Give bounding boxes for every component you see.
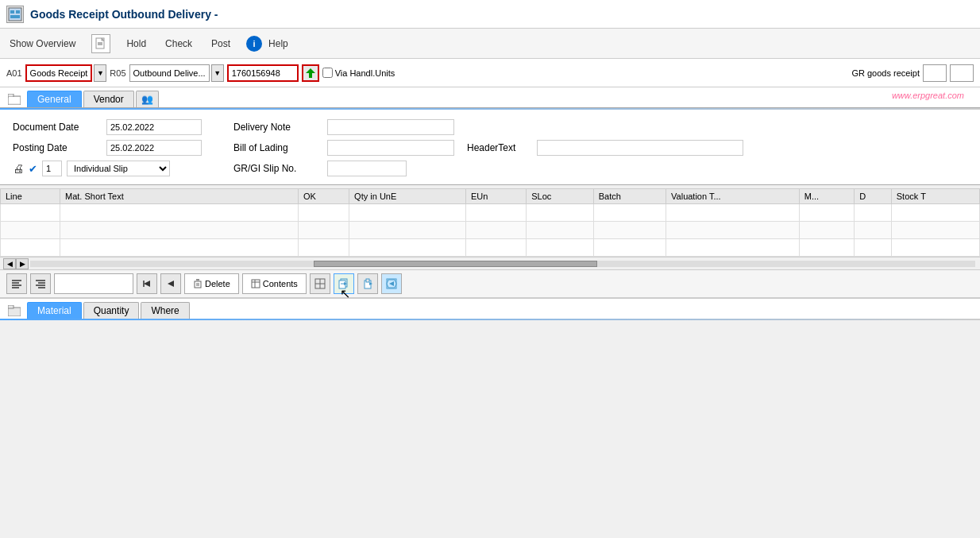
- tab-vendor-icon[interactable]: 👥: [136, 91, 159, 107]
- help-container: i Help: [246, 36, 291, 52]
- document-date-row: Document Date: [13, 119, 202, 135]
- document-date-input[interactable]: [106, 119, 202, 135]
- svg-rect-37: [366, 279, 369, 282]
- goods-receipt-dropdown[interactable]: Goods Receipt: [25, 64, 93, 82]
- scroll-left-btn[interactable]: ◀: [3, 258, 16, 269]
- expand-btn[interactable]: [310, 273, 330, 294]
- menu-hold[interactable]: Hold: [123, 37, 149, 51]
- bill-of-lading-input[interactable]: [327, 140, 454, 156]
- svg-rect-3: [10, 15, 20, 18]
- table-row: [1, 239, 980, 257]
- col-sloc: SLoc: [527, 189, 593, 204]
- header-text-input[interactable]: [537, 140, 743, 156]
- watermark: www.erpgreat.com: [892, 91, 964, 100]
- document-number-input[interactable]: [227, 64, 299, 82]
- info-icon[interactable]: i: [246, 36, 262, 52]
- menu-show-overview[interactable]: Show Overview: [6, 37, 79, 51]
- details-btn[interactable]: [381, 273, 402, 294]
- table-row: [1, 222, 980, 239]
- form-middle-column: Delivery Note Bill of Lading HeaderText …: [233, 119, 967, 181]
- scroll-track[interactable]: [30, 261, 975, 267]
- paste-btn[interactable]: [357, 273, 378, 294]
- gr-receipt-input[interactable]: [923, 64, 947, 82]
- col-d: D: [855, 189, 891, 204]
- app-icon: [6, 6, 24, 23]
- via-handl-units-checkbox-label[interactable]: Via Handl.Units: [322, 68, 395, 78]
- delete-btn[interactable]: Delete: [184, 273, 239, 294]
- svg-rect-2: [16, 10, 20, 14]
- form-left-column: Document Date Posting Date 🖨 ✔ Individua…: [13, 119, 202, 181]
- menu-check[interactable]: Check: [162, 37, 195, 51]
- toolbar-row: A01 Goods Receipt ▼ R05 Outbound Delive.…: [0, 59, 980, 87]
- svg-rect-42: [8, 308, 21, 316]
- svg-marker-19: [144, 281, 150, 287]
- goods-receipt-dropdown-arrow[interactable]: ▼: [94, 64, 106, 82]
- bottom-tab-section: Material Quantity Where: [0, 298, 980, 320]
- svg-rect-10: [9, 97, 20, 103]
- col-m: M...: [799, 189, 855, 204]
- bill-of-lading-row: Bill of Lading HeaderText: [233, 140, 967, 156]
- tab-quantity[interactable]: Quantity: [83, 302, 140, 319]
- delete-label: Delete: [205, 279, 230, 288]
- tab-general[interactable]: General: [27, 91, 82, 107]
- section-divider-bottom: [0, 319, 980, 320]
- align-right-btn[interactable]: [30, 273, 51, 294]
- horizontal-scrollbar[interactable]: ◀ ▶: [0, 257, 980, 269]
- outbound-delivery-dropdown[interactable]: Outbound Delive...: [129, 64, 210, 82]
- tab-where[interactable]: Where: [141, 302, 189, 319]
- col-valuation-t: Valuation T...: [666, 189, 800, 204]
- gr-receipt-area: GR goods receipt: [851, 64, 974, 82]
- main-tab-header: General Vendor 👥: [0, 87, 980, 108]
- svg-rect-9: [8, 94, 14, 97]
- contents-label: Contents: [263, 279, 298, 288]
- delivery-note-row: Delivery Note: [233, 119, 967, 135]
- via-handl-units-checkbox[interactable]: [322, 68, 333, 78]
- slip-row: 🖨 ✔ Individual Slip: [13, 161, 202, 176]
- find-first-btn[interactable]: [137, 273, 157, 294]
- table-header-row: Line Mat. Short Text OK Qty in UnE EUn S…: [1, 189, 980, 204]
- bottom-toolbar: Delete Contents ↖: [0, 269, 980, 298]
- title-bar: Goods Receipt Outbound Delivery -: [0, 0, 980, 29]
- find-next-btn[interactable]: [160, 273, 181, 294]
- bill-of-lading-label: Bill of Lading: [233, 142, 321, 153]
- col-ok: OK: [298, 189, 349, 204]
- posting-date-input[interactable]: [106, 140, 202, 156]
- svg-marker-7: [306, 68, 315, 78]
- scroll-right-btn[interactable]: ▶: [16, 258, 29, 269]
- bottom-folder-icon[interactable]: [6, 303, 22, 319]
- slip-type-select[interactable]: Individual Slip: [67, 161, 170, 176]
- gr-gi-slip-label: GR/GI Slip No.: [233, 163, 321, 174]
- outbound-delivery-combo-group: Outbound Delive... ▼: [129, 64, 224, 82]
- goods-receipt-combo-group: Goods Receipt ▼: [25, 64, 107, 82]
- header-text-label: HeaderText: [467, 142, 531, 153]
- increment-nav-btn[interactable]: [302, 64, 319, 82]
- delivery-note-label: Delivery Note: [233, 122, 321, 133]
- search-input[interactable]: [54, 273, 133, 294]
- svg-rect-26: [252, 280, 260, 288]
- menu-post[interactable]: Post: [208, 37, 233, 51]
- save-folder-icon[interactable]: [6, 91, 22, 107]
- window-title: Goods Receipt Outbound Delivery -: [30, 8, 218, 21]
- gr-gi-slip-row: GR/GI Slip No.: [233, 161, 967, 176]
- delivery-note-input[interactable]: [327, 119, 454, 135]
- print-icon: 🖨: [13, 162, 24, 175]
- contents-btn[interactable]: Contents: [242, 273, 307, 294]
- align-left-btn[interactable]: [6, 273, 27, 294]
- col-qty-in-une: Qty in UnE: [349, 189, 466, 204]
- gr-gi-slip-input[interactable]: [327, 161, 407, 176]
- slip-count-input[interactable]: [42, 161, 62, 176]
- form-grid: Document Date Posting Date 🖨 ✔ Individua…: [0, 110, 980, 184]
- outbound-delivery-dropdown-arrow[interactable]: ▼: [211, 64, 224, 82]
- svg-rect-43: [8, 305, 14, 308]
- new-document-icon[interactable]: [91, 34, 110, 53]
- menu-help[interactable]: Help: [265, 37, 291, 51]
- col-stock-t: Stock T: [891, 189, 979, 204]
- tab-vendor[interactable]: Vendor: [83, 91, 134, 107]
- tab-material[interactable]: Material: [27, 302, 82, 319]
- col-mat-short-text: Mat. Short Text: [60, 189, 298, 204]
- gr-receipt-input2[interactable]: [950, 64, 974, 82]
- svg-rect-0: [9, 8, 21, 21]
- scroll-thumb[interactable]: [314, 261, 597, 267]
- posting-date-row: Posting Date: [13, 140, 202, 156]
- posting-date-label: Posting Date: [13, 142, 100, 153]
